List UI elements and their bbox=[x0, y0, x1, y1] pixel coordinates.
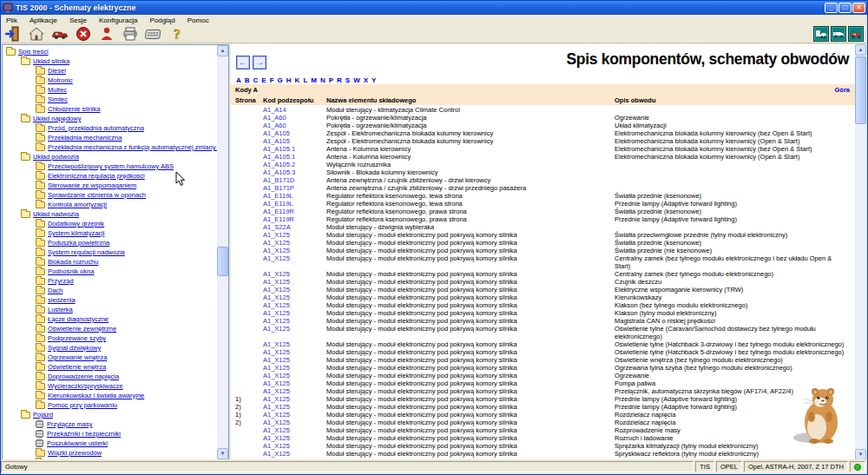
tree-item[interactable]: Wiązki przewodów bbox=[3, 448, 217, 458]
alphabet-link-W[interactable]: W bbox=[353, 76, 360, 84]
component-code-link[interactable]: A1_B171D bbox=[263, 176, 326, 184]
tree-item[interactable]: Oświetlenie zewnętrzne bbox=[3, 324, 217, 333]
scroll-down-icon[interactable]: ▼ bbox=[217, 448, 228, 459]
tree-item[interactable]: Pojazd bbox=[3, 410, 217, 419]
tree-item-label[interactable]: Układ napędowy bbox=[33, 115, 81, 122]
stop-icon[interactable] bbox=[75, 26, 92, 42]
tree-item-label[interactable]: Oświetlenie wnętrza bbox=[48, 363, 106, 371]
tree-item[interactable]: Poszukiwanie usterki bbox=[3, 439, 217, 448]
tree-item[interactable]: Motronic bbox=[3, 76, 217, 85]
tree-item[interactable]: Diesel bbox=[3, 66, 217, 76]
tree-item-label[interactable]: Dach bbox=[48, 287, 63, 294]
tree-item[interactable]: Ogrzewanie wnętrza bbox=[3, 353, 217, 362]
tree-item-label[interactable]: Spis treści bbox=[18, 48, 49, 56]
alphabet-link-Y[interactable]: Y bbox=[372, 76, 376, 84]
tree-item[interactable]: Przekaźniki i bezpieczniki bbox=[3, 429, 217, 439]
tree-item-label[interactable]: Układ podwozia bbox=[33, 153, 79, 161]
alphabet-link-C[interactable]: C bbox=[253, 76, 259, 84]
tree-item[interactable]: Przeciwpoślizgowy system hamulcowy ABS bbox=[3, 162, 217, 171]
component-code-link[interactable]: A1_A105 bbox=[263, 137, 326, 145]
tree-item[interactable]: Układ silnika bbox=[3, 56, 217, 66]
maximize-button[interactable]: □ bbox=[838, 3, 852, 13]
tree-item-label[interactable]: Podgrzewane szyby bbox=[48, 334, 106, 342]
tree-item-label[interactable]: Simtec bbox=[48, 96, 68, 103]
component-code-link[interactable]: A1_X125 bbox=[263, 419, 326, 426]
tree-item[interactable]: Sprawdzanie ciśnienia w oponach bbox=[3, 190, 217, 200]
menu-item-pomoc[interactable]: Pomoc bbox=[187, 16, 209, 24]
alphabet-link-S[interactable]: S bbox=[345, 76, 350, 84]
component-code-link[interactable]: A1_E119R bbox=[263, 208, 326, 215]
tree-item-label[interactable]: Dodatkowy grzejnik bbox=[48, 220, 104, 228]
session-vehicle-2-icon[interactable] bbox=[831, 26, 846, 42]
tree-item-label[interactable]: Sterowanie ze wspomaganiem bbox=[48, 181, 136, 189]
minimize-button[interactable]: _ bbox=[825, 3, 838, 13]
session-vehicle-3-icon[interactable] bbox=[848, 26, 864, 42]
tree-item-label[interactable]: Blokada rozruchu bbox=[48, 258, 98, 266]
tree-scrollbar[interactable]: ▲ ▼ bbox=[217, 45, 228, 459]
alphabet-link-F[interactable]: F bbox=[270, 76, 274, 84]
tree-item[interactable]: Chłodzenie silnika bbox=[3, 104, 217, 114]
component-code-link[interactable]: A1_X125 bbox=[263, 395, 326, 403]
tree-item[interactable]: Podgrzewane szyby bbox=[3, 333, 217, 343]
component-code-link[interactable]: A1_X125 bbox=[263, 239, 326, 247]
alphabet-link-G[interactable]: G bbox=[278, 76, 283, 84]
scroll-up-icon[interactable]: ▲ bbox=[855, 44, 866, 56]
tree-item-label[interactable]: Sprawdzanie ciśnienia w oponach bbox=[48, 191, 146, 199]
component-code-link[interactable]: A1_E119R bbox=[263, 215, 326, 223]
component-code-link[interactable]: A1_X125 bbox=[263, 364, 326, 372]
alphabet-link-N[interactable]: N bbox=[320, 76, 326, 84]
exit-icon[interactable] bbox=[4, 26, 22, 42]
component-code-link[interactable]: A1_A60 bbox=[263, 114, 326, 122]
print-icon[interactable] bbox=[122, 26, 139, 42]
menu-item-konfiguracja[interactable]: Konfiguracja bbox=[99, 16, 137, 24]
alphabet-link-P[interactable]: P bbox=[329, 76, 333, 84]
component-code-link[interactable]: A1_X125 bbox=[263, 450, 326, 458]
component-code-link[interactable]: A1_X125 bbox=[263, 309, 326, 317]
alphabet-link-B[interactable]: B bbox=[245, 76, 250, 84]
component-code-link[interactable]: A1_E119L bbox=[263, 192, 326, 200]
tree-item-label[interactable]: Podnośnik okna bbox=[48, 267, 94, 275]
component-code-link[interactable]: A1_X125 bbox=[263, 387, 326, 395]
tree-item-label[interactable]: Łącze diagnostyczne bbox=[48, 315, 108, 323]
tree-item-label[interactable]: Ogrzewanie wnętrza bbox=[48, 353, 107, 361]
component-code-link[interactable]: A1_A105.2 bbox=[263, 161, 326, 168]
component-code-link[interactable]: A1_X125 bbox=[263, 270, 326, 278]
tree-item-label[interactable]: Chłodzenie silnika bbox=[48, 105, 100, 113]
tree-item[interactable]: Pomoc przy parkowaniu bbox=[3, 400, 217, 410]
component-code-link[interactable]: A1_S22A bbox=[263, 223, 326, 231]
alphabet-link-E[interactable]: E bbox=[261, 76, 266, 84]
tree-item-label[interactable]: Przyłącze masy bbox=[47, 420, 93, 428]
tree-item-label[interactable]: Wiązki przewodów bbox=[48, 449, 102, 457]
component-code-link[interactable]: A1_A105 bbox=[263, 129, 326, 137]
tree-item-label[interactable]: Doprowadzenie napięcia bbox=[48, 373, 119, 380]
content-scrollbar[interactable]: ▲ ▼ bbox=[855, 44, 866, 460]
user-icon[interactable] bbox=[98, 26, 115, 42]
tree-item[interactable]: Układ napędowy bbox=[3, 114, 217, 123]
menu-item-podgląd[interactable]: Podgląd bbox=[149, 16, 174, 24]
tree-item[interactable]: Dodatkowy grzejnik bbox=[3, 219, 217, 228]
tree-item-label[interactable]: siedzenia bbox=[48, 296, 76, 304]
alphabet-link-H[interactable]: H bbox=[286, 76, 292, 84]
component-code-link[interactable]: A1_X125 bbox=[263, 231, 326, 239]
component-code-link[interactable]: A1_X125 bbox=[263, 411, 326, 419]
component-code-link[interactable]: A1_X125 bbox=[263, 403, 326, 411]
tree-item-label[interactable]: Przód, przekładnia automatyczna bbox=[48, 124, 144, 132]
tree-item[interactable]: Dach bbox=[3, 286, 217, 295]
component-code-link[interactable]: A1_X125 bbox=[263, 278, 326, 286]
component-code-link[interactable]: A1_X125 bbox=[263, 317, 326, 325]
component-code-link[interactable]: A1_A105.1 bbox=[263, 145, 326, 153]
component-code-link[interactable]: A1_X125 bbox=[263, 356, 326, 364]
tree-item[interactable]: Kontrola amortyzacji bbox=[3, 200, 217, 209]
alphabet-link-K[interactable]: K bbox=[295, 76, 300, 84]
alphabet-link-A[interactable]: A bbox=[236, 76, 241, 84]
tree-item-label[interactable]: Przekładnia mechaniczna bbox=[48, 134, 122, 142]
menu-item-aplikacje[interactable]: Aplikacje bbox=[30, 16, 57, 24]
home-icon[interactable] bbox=[28, 26, 45, 42]
alphabet-link-R[interactable]: R bbox=[337, 76, 342, 84]
tree-item-label[interactable]: Wycieraczki/spryskiwacze bbox=[48, 382, 123, 390]
tree-item[interactable]: Spis treści bbox=[3, 47, 217, 56]
tree-item[interactable]: Przekładnia mechaniczna z funkcją automa… bbox=[3, 142, 217, 152]
component-code-link[interactable]: A1_X125 bbox=[263, 372, 326, 379]
tree-item-label[interactable]: Układ nadwozia bbox=[33, 210, 79, 218]
tree-item[interactable]: Przyrząd bbox=[3, 276, 217, 286]
